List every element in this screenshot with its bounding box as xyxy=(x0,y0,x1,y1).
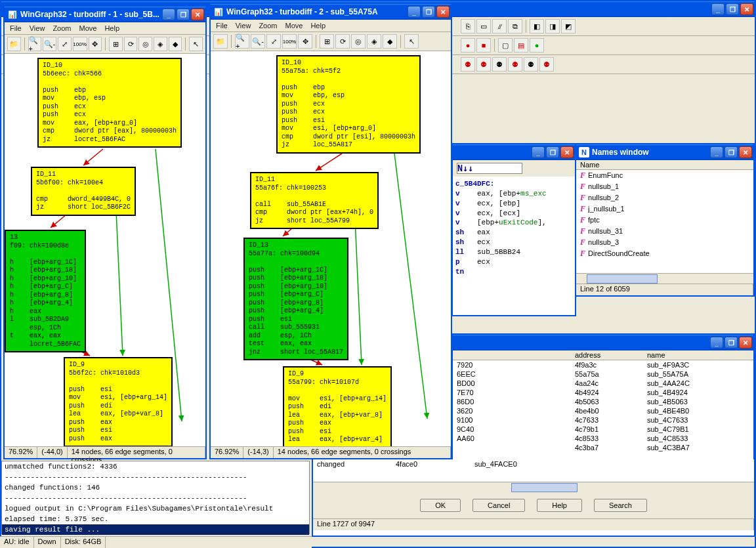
pointer-icon[interactable]: ↖ xyxy=(404,34,419,49)
toolbar-btn[interactable]: ▤ xyxy=(514,38,528,53)
zoom-out-icon[interactable]: 🔍- xyxy=(43,37,56,51)
names-row[interactable]: Fj_nullsub_1 xyxy=(576,203,753,215)
zoom-out-icon[interactable]: 🔍- xyxy=(251,34,265,49)
menu-help[interactable]: Help xyxy=(310,22,326,30)
result-row[interactable]: 9C404c79b1sub_4C79B1 xyxy=(453,425,753,434)
target-icon[interactable]: ◎ xyxy=(351,34,366,49)
toolbar-btn[interactable]: ● xyxy=(530,38,544,53)
main-close-button[interactable]: ✕ xyxy=(740,3,753,15)
close-button[interactable]: ✕ xyxy=(739,337,752,348)
menu-file[interactable]: File xyxy=(10,24,22,32)
toolbar-btn[interactable]: ⚉ xyxy=(476,57,491,72)
nav-icon[interactable]: ◆ xyxy=(169,37,182,51)
wingraph2-menubar[interactable]: FileViewZoomMoveHelp xyxy=(211,20,451,32)
refresh-icon[interactable]: ⟳ xyxy=(335,34,350,49)
toolbar-btn[interactable]: ⫽ xyxy=(492,19,507,33)
minimize-button[interactable]: _ xyxy=(710,337,723,348)
graph-node-id11[interactable]: ID_11 55a76f: chk=100253 call sub_55AB1E… xyxy=(250,172,379,229)
names-row[interactable]: Fnullsub_3 xyxy=(576,237,753,248)
col-address[interactable]: address xyxy=(571,350,643,360)
toolbar-btn[interactable]: ⎘ xyxy=(461,19,475,33)
graph-node-id9[interactable]: ID_9 55a799: chk=10107d mov esi, [ebp+ar… xyxy=(283,366,392,446)
open-icon[interactable]: 📁 xyxy=(213,34,228,49)
main-minimize-button[interactable]: _ xyxy=(711,3,724,15)
toolbar-btn[interactable]: ⚉ xyxy=(539,57,554,72)
menu-view[interactable]: View xyxy=(236,22,251,30)
maximize-button[interactable]: ❐ xyxy=(724,146,738,158)
cancel-button[interactable]: Cancel xyxy=(472,499,525,512)
toolbar-btn[interactable]: ⚉ xyxy=(492,57,507,72)
result-row[interactable]: 86D04b5063sub_4B5063 xyxy=(453,397,753,406)
names-list[interactable]: Name FEnumFuncFnullsub_1Fnullsub_2Fj_nul… xyxy=(576,160,753,273)
toolbar-btn[interactable]: ■ xyxy=(476,38,491,53)
result-row[interactable]: 4c3ba7sub_4C3BA7 xyxy=(453,443,753,452)
nav-icon[interactable]: ◆ xyxy=(383,34,397,49)
toolbar-btn[interactable]: ⚉ xyxy=(524,57,538,72)
graph-node-id11[interactable]: ID_11 5b6f00: chk=100e4 cmp dword_4499B4… xyxy=(31,167,136,216)
graph-node-id13[interactable]: ID_13 55a77a: chk=100d94 push [ebp+arg_1… xyxy=(243,238,348,360)
result-row[interactable]: changed4face0sub_4FACE0 xyxy=(313,459,754,469)
menu-zoom[interactable]: Zoom xyxy=(259,22,277,30)
help-button[interactable]: Help xyxy=(537,499,582,512)
minimize-button[interactable]: _ xyxy=(532,146,545,158)
maximize-button[interactable]: ❐ xyxy=(177,9,190,20)
toolbar-btn[interactable]: ▭ xyxy=(476,19,491,33)
menu-move[interactable]: Move xyxy=(285,22,303,30)
center-icon[interactable]: ✥ xyxy=(298,34,312,49)
maximize-button[interactable]: ❐ xyxy=(724,337,738,348)
maximize-button[interactable]: ❐ xyxy=(422,6,435,18)
names-hscroll[interactable] xyxy=(576,273,753,284)
search-button[interactable]: Search xyxy=(594,499,647,512)
names-row[interactable]: Fnullsub_31 xyxy=(576,226,753,237)
jump-input[interactable] xyxy=(457,163,522,174)
zoom-in-icon[interactable]: 🔍+ xyxy=(28,37,42,51)
result-row[interactable]: 91004c7633sub_4C7633 xyxy=(453,415,753,425)
ok-button[interactable]: OK xyxy=(420,499,461,512)
wingraph1-menubar[interactable]: FileViewZoomMoveHelp xyxy=(5,22,205,35)
close-button[interactable]: ✕ xyxy=(560,146,574,158)
graph-node-id10[interactable]: ID_10 55a75a: chk=5f2 push ebp mov ebp, … xyxy=(276,55,421,154)
fit-icon[interactable]: ⤢ xyxy=(266,34,281,49)
minimize-button[interactable]: _ xyxy=(710,146,723,158)
results-hscroll[interactable] xyxy=(313,482,754,492)
wingraph2-canvas[interactable]: ID_10 55a75a: chk=5f2 push ebp mov ebp, … xyxy=(211,51,451,446)
names-header[interactable]: Name xyxy=(576,160,753,169)
close-button[interactable]: ✕ xyxy=(739,146,752,158)
minimize-button[interactable]: _ xyxy=(408,6,421,18)
minimize-button[interactable]: _ xyxy=(162,9,175,20)
layout-icon[interactable]: ⊞ xyxy=(109,37,123,51)
result-row[interactable]: 79204f9a3csub_4F9A3C xyxy=(453,360,753,369)
nav-icon[interactable]: ◈ xyxy=(154,37,167,51)
names-row[interactable]: FDirectSoundCreate xyxy=(576,248,753,259)
main-maximize-button[interactable]: ❐ xyxy=(726,3,739,15)
result-row[interactable]: 7E704b4924sub_4B4924 xyxy=(453,388,753,397)
menu-zoom[interactable]: Zoom xyxy=(52,24,71,32)
zoom-in-icon[interactable]: 🔍+ xyxy=(235,34,249,49)
toolbar-btn[interactable]: ⚉ xyxy=(461,57,475,72)
menu-help[interactable]: Help xyxy=(104,24,119,32)
disasm-text[interactable]: c_5B4DFC: v eax, [ebp+ms_exc v ecx, [ebp… xyxy=(453,177,575,279)
names-row[interactable]: Ffptc xyxy=(576,215,753,226)
result-row[interactable]: BD004aa24csub_4AA24C xyxy=(453,379,753,388)
wingraph1-canvas[interactable]: ID_10 5b6eec: chk=566 push ebp mov ebp, … xyxy=(5,54,205,446)
close-button[interactable]: ✕ xyxy=(436,6,450,18)
result-row[interactable]: 36204be4b0sub_4BE4B0 xyxy=(453,406,753,415)
target-icon[interactable]: ◎ xyxy=(138,37,152,51)
graph-node-id13[interactable]: 13 f09: chk=100d8e h [ebp+arg_1C] h [ebp… xyxy=(5,230,86,352)
toolbar-btn[interactable]: ● xyxy=(461,38,475,53)
nav-icon[interactable]: ◈ xyxy=(367,34,381,49)
toolbar-btn[interactable]: ◨ xyxy=(545,19,560,33)
fit-icon[interactable]: ⤢ xyxy=(58,37,72,51)
maximize-button[interactable]: ❐ xyxy=(546,146,559,158)
graph-node-id10[interactable]: ID_10 5b6eec: chk=566 push ebp mov ebp, … xyxy=(37,58,182,148)
layout-icon[interactable]: ⊞ xyxy=(320,34,334,49)
toolbar-btn[interactable]: ⧉ xyxy=(508,19,522,33)
toolbar-btn[interactable]: ◧ xyxy=(530,19,544,33)
toolbar-btn[interactable]: ◩ xyxy=(561,19,576,33)
graph-node-id9[interactable]: ID_9 5b6f2c: chk=1010d3 push esi mov esi… xyxy=(64,357,173,446)
pointer-icon[interactable]: ↖ xyxy=(189,37,203,51)
zoom-100-icon[interactable]: 100% xyxy=(282,34,297,49)
close-button[interactable]: ✕ xyxy=(191,9,204,20)
results-big-list[interactable]: changed4face0sub_4FACE0 xyxy=(313,459,754,482)
toolbar-btn[interactable]: ⚉ xyxy=(508,57,522,72)
